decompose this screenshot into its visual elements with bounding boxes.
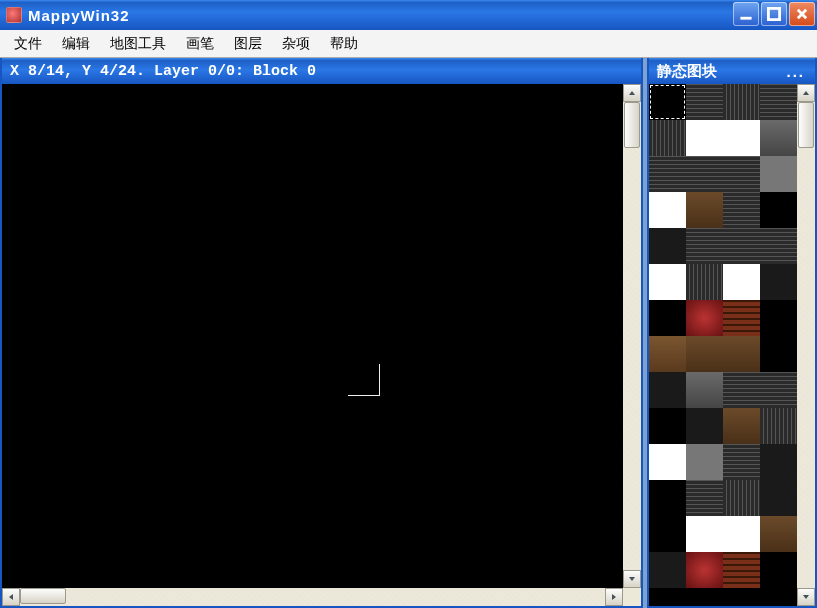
tile-50[interactable]	[723, 516, 760, 552]
tile-37[interactable]	[686, 408, 723, 444]
map-canvas[interactable]	[2, 84, 623, 588]
tile-53[interactable]	[686, 552, 723, 588]
menu-brush[interactable]: 画笔	[176, 32, 224, 56]
tile-52[interactable]	[649, 552, 686, 588]
tile-30[interactable]	[723, 336, 760, 372]
tile-25[interactable]	[686, 300, 723, 336]
scroll-corner	[623, 588, 641, 606]
tile-45[interactable]	[686, 480, 723, 516]
tile-40[interactable]	[649, 444, 686, 480]
scroll-right-button[interactable]	[605, 588, 623, 606]
tile-43[interactable]	[760, 444, 797, 480]
tile-32[interactable]	[649, 372, 686, 408]
tile-4[interactable]	[649, 120, 686, 156]
tile-49[interactable]	[686, 516, 723, 552]
scroll-up-button[interactable]	[797, 84, 815, 102]
menu-edit[interactable]: 编辑	[52, 32, 100, 56]
scroll-up-button[interactable]	[623, 84, 641, 102]
svg-rect-1	[768, 8, 779, 19]
app-icon	[6, 7, 22, 23]
tile-31[interactable]	[760, 336, 797, 372]
menu-maptools[interactable]: 地图工具	[100, 32, 176, 56]
tile-11[interactable]	[760, 156, 797, 192]
scroll-thumb[interactable]	[624, 102, 640, 148]
window-buttons	[733, 2, 815, 26]
window-title: MappyWin32	[28, 7, 130, 24]
tile-24[interactable]	[649, 300, 686, 336]
palette-more-icon[interactable]: ...	[786, 63, 805, 80]
tile-7[interactable]	[760, 120, 797, 156]
scroll-thumb[interactable]	[20, 588, 66, 604]
titlebar: MappyWin32	[0, 0, 817, 30]
tile-20[interactable]	[649, 264, 686, 300]
menu-help[interactable]: 帮助	[320, 32, 368, 56]
map-vertical-scrollbar[interactable]	[623, 84, 641, 588]
tile-22[interactable]	[723, 264, 760, 300]
tile-6[interactable]	[723, 120, 760, 156]
map-horizontal-scrollbar[interactable]	[2, 588, 623, 606]
tile-15[interactable]	[760, 192, 797, 228]
scroll-track[interactable]	[20, 588, 605, 606]
tile-27[interactable]	[760, 300, 797, 336]
tile-38[interactable]	[723, 408, 760, 444]
maximize-button[interactable]	[761, 2, 787, 26]
scroll-track[interactable]	[797, 102, 815, 588]
tile-21[interactable]	[686, 264, 723, 300]
tile-42[interactable]	[723, 444, 760, 480]
tile-9[interactable]	[686, 156, 723, 192]
tile-48[interactable]	[649, 516, 686, 552]
menu-layer[interactable]: 图层	[224, 32, 272, 56]
tile-26[interactable]	[723, 300, 760, 336]
tile-2[interactable]	[723, 84, 760, 120]
tile-54[interactable]	[723, 552, 760, 588]
palette-vertical-scrollbar[interactable]	[797, 84, 815, 606]
tile-47[interactable]	[760, 480, 797, 516]
tile-55[interactable]	[760, 552, 797, 588]
tile-12[interactable]	[649, 192, 686, 228]
tile-8[interactable]	[649, 156, 686, 192]
scroll-thumb[interactable]	[798, 102, 814, 148]
palette-title: 静态图块	[657, 62, 717, 81]
menu-file[interactable]: 文件	[4, 32, 52, 56]
tile-10[interactable]	[723, 156, 760, 192]
workspace: X 8/14, Y 4/24. Layer 0/0: Block 0	[0, 58, 817, 608]
palette-titlebar: 静态图块 ...	[649, 58, 815, 84]
tile-3[interactable]	[760, 84, 797, 120]
scroll-track[interactable]	[623, 102, 641, 570]
tile-1[interactable]	[686, 84, 723, 120]
tile-41[interactable]	[686, 444, 723, 480]
tile-29[interactable]	[686, 336, 723, 372]
tile-17[interactable]	[686, 228, 723, 264]
minimize-button[interactable]	[733, 2, 759, 26]
tile-23[interactable]	[760, 264, 797, 300]
map-cursor-indicator	[348, 364, 380, 396]
menubar: 文件 编辑 地图工具 画笔 图层 杂项 帮助	[0, 30, 817, 58]
map-editor-window: X 8/14, Y 4/24. Layer 0/0: Block 0	[0, 58, 643, 608]
tile-46[interactable]	[723, 480, 760, 516]
svg-rect-0	[740, 17, 751, 20]
tile-18[interactable]	[723, 228, 760, 264]
scroll-down-button[interactable]	[623, 570, 641, 588]
tile-grid[interactable]	[649, 84, 797, 606]
tile-39[interactable]	[760, 408, 797, 444]
tile-19[interactable]	[760, 228, 797, 264]
tile-51[interactable]	[760, 516, 797, 552]
tile-13[interactable]	[686, 192, 723, 228]
tile-35[interactable]	[760, 372, 797, 408]
tile-5[interactable]	[686, 120, 723, 156]
tile-36[interactable]	[649, 408, 686, 444]
tile-0[interactable]	[649, 84, 686, 120]
close-button[interactable]	[789, 2, 815, 26]
tile-palette-window: 静态图块 ...	[647, 58, 817, 608]
tile-34[interactable]	[723, 372, 760, 408]
tile-14[interactable]	[723, 192, 760, 228]
tile-44[interactable]	[649, 480, 686, 516]
tile-16[interactable]	[649, 228, 686, 264]
map-status-bar: X 8/14, Y 4/24. Layer 0/0: Block 0	[2, 58, 641, 84]
menu-misc[interactable]: 杂项	[272, 32, 320, 56]
map-bottom-bar	[2, 588, 641, 606]
scroll-left-button[interactable]	[2, 588, 20, 606]
scroll-down-button[interactable]	[797, 588, 815, 606]
tile-28[interactable]	[649, 336, 686, 372]
tile-33[interactable]	[686, 372, 723, 408]
